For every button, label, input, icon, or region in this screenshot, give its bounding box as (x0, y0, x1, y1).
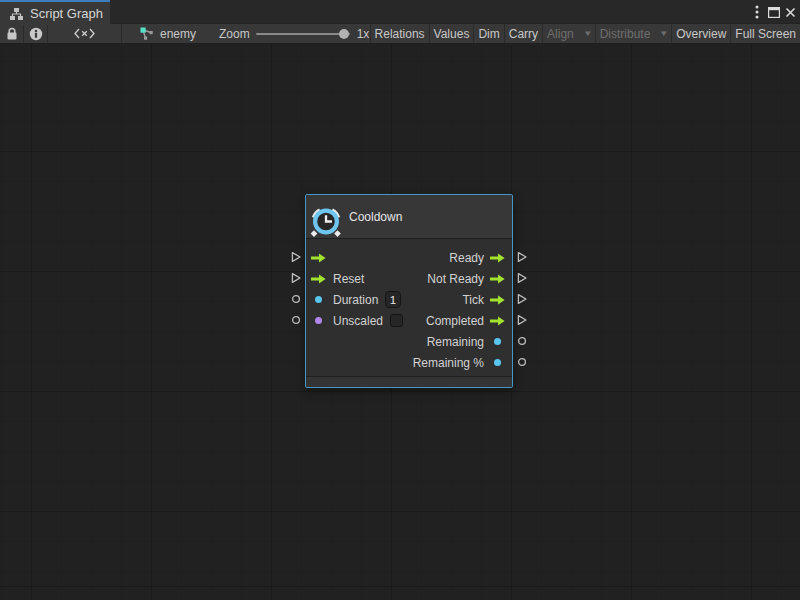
node-title: Cooldown (342, 210, 402, 224)
flow-stub-triangle-icon (290, 272, 302, 284)
toolbar-button-label: Carry (509, 27, 538, 41)
port-row-ready[interactable]: Ready (306, 247, 512, 268)
maximize-icon[interactable] (765, 0, 782, 24)
port-slot[interactable] (490, 357, 505, 369)
external-value-port[interactable] (516, 356, 528, 368)
port-label: Remaining (427, 335, 490, 349)
port-label: Ready (449, 251, 490, 265)
zoom-slider[interactable] (256, 24, 350, 43)
toolbar-button-label: Values (434, 27, 470, 41)
toolbar-button-relations[interactable]: Relations (370, 24, 429, 43)
external-flow-port[interactable] (516, 293, 528, 305)
port-slot[interactable] (490, 252, 505, 264)
graph-owner-breadcrumb[interactable]: enemy (122, 24, 219, 43)
alarm-clock-icon (310, 205, 342, 237)
toolbar-button-full-screen[interactable]: Full Screen (730, 24, 800, 43)
dropdown-arrow-icon: ▼ (572, 29, 592, 38)
external-flow-port[interactable] (290, 251, 302, 263)
value-stub-circle-icon (516, 335, 528, 347)
toolbar-button-label: Distribute (600, 27, 651, 41)
external-value-port[interactable] (290, 293, 302, 305)
graph-owner-label: enemy (154, 27, 196, 41)
lock-button[interactable] (0, 24, 24, 43)
port-row-tick[interactable]: Tick (306, 289, 512, 310)
script-machine-icon (140, 27, 154, 40)
flow-stub-triangle-icon (290, 251, 302, 263)
external-value-port[interactable] (516, 335, 528, 347)
port-row-completed[interactable]: Completed (306, 310, 512, 331)
close-icon[interactable] (782, 0, 799, 24)
tab-label: Script Graph (24, 6, 103, 21)
flow-stub-triangle-icon (516, 272, 528, 284)
flow-arrow-icon (490, 316, 505, 326)
dropdown-arrow-icon: ▼ (649, 29, 669, 38)
port-row-not-ready[interactable]: Not Ready (306, 268, 512, 289)
window-controls (748, 0, 800, 24)
port-slot[interactable] (490, 294, 505, 306)
info-icon (29, 27, 43, 41)
code-icon (74, 28, 95, 39)
node-footer (306, 376, 512, 387)
toolbar-buttons: RelationsValuesDimCarryAlign▼Distribute▼… (370, 24, 800, 43)
external-flow-port[interactable] (516, 314, 528, 326)
value-stub-circle-icon (290, 293, 302, 305)
flow-stub-triangle-icon (516, 293, 528, 305)
external-flow-port[interactable] (290, 272, 302, 284)
zoom-slider-handle[interactable] (339, 29, 349, 39)
toolbar-button-distribute: Distribute▼ (595, 24, 672, 43)
value-port-dot (494, 359, 501, 366)
external-value-port[interactable] (290, 314, 302, 326)
flow-arrow-icon (490, 253, 505, 263)
port-label: Not Ready (427, 272, 490, 286)
graph-toolbar: enemy Zoom 1x RelationsValuesDimCarryAli… (0, 24, 800, 44)
graph-hierarchy-icon (9, 7, 24, 21)
toolbar-button-values[interactable]: Values (429, 24, 474, 43)
toolbar-button-label: Relations (375, 27, 425, 41)
port-slot[interactable] (490, 273, 505, 285)
toolbar-button-label: Dim (478, 27, 499, 41)
toolbar-button-carry[interactable]: Carry (504, 24, 542, 43)
toolbar-button-overview[interactable]: Overview (671, 24, 730, 43)
toolbar-button-label: Overview (676, 27, 726, 41)
kebab-menu-icon[interactable] (748, 0, 765, 24)
code-view-button[interactable] (48, 24, 122, 43)
port-label: Tick (462, 293, 490, 307)
port-slot[interactable] (490, 315, 505, 327)
port-row-remaining-[interactable]: Remaining % (306, 352, 512, 373)
zoom-slider-track (256, 33, 350, 35)
port-row-remaining[interactable]: Remaining (306, 331, 512, 352)
tab-script-graph[interactable]: Script Graph (0, 0, 110, 25)
zoom-value: 1x (350, 27, 370, 41)
toolbar-button-label: Full Screen (735, 27, 796, 41)
value-port-dot (494, 338, 501, 345)
flow-stub-triangle-icon (516, 251, 528, 263)
port-label: Remaining % (413, 356, 490, 370)
external-flow-port[interactable] (516, 251, 528, 263)
port-slot[interactable] (490, 336, 505, 348)
toolbar-button-label: Align (547, 27, 574, 41)
external-flow-port[interactable] (516, 272, 528, 284)
zoom-control: Zoom 1x (219, 24, 369, 43)
value-stub-circle-icon (290, 314, 302, 326)
flow-arrow-icon (490, 295, 505, 305)
flow-arrow-icon (490, 274, 505, 284)
flow-stub-triangle-icon (516, 314, 528, 326)
port-label: Completed (426, 314, 490, 328)
lock-icon (6, 27, 18, 40)
info-button[interactable] (24, 24, 48, 43)
node-header[interactable]: Cooldown (306, 195, 512, 239)
toolbar-button-align: Align▼ (542, 24, 595, 43)
tab-bar: Script Graph (0, 0, 800, 24)
graph-canvas[interactable]: Cooldown ResetDuration1UnscaledReady Not… (0, 45, 800, 600)
value-stub-circle-icon (516, 356, 528, 368)
toolbar-button-dim[interactable]: Dim (473, 24, 503, 43)
node-cooldown[interactable]: Cooldown ResetDuration1UnscaledReady Not… (305, 194, 513, 388)
zoom-label: Zoom (219, 27, 256, 41)
